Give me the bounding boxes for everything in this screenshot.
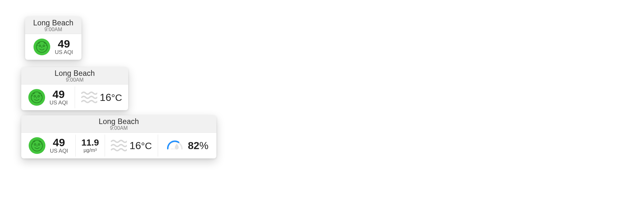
temperature-number: 16 — [100, 92, 111, 103]
location-label: Long Beach — [21, 69, 128, 78]
aqi-value: 49 — [55, 38, 73, 49]
aqi-cell: 49 US AQI — [21, 85, 75, 110]
widget-body: 49 US AQI 16°C — [21, 85, 128, 110]
face-good-icon — [28, 89, 45, 106]
humidity-number: 82 — [188, 140, 199, 151]
humidity-cell: RH% 82% — [158, 133, 216, 158]
widget-body: 49 US AQI 11.9 µg/m³ 16°C — [21, 133, 216, 158]
temperature-cell: 16°C — [105, 133, 158, 158]
svg-point-1 — [39, 45, 41, 47]
temperature-unit: °C — [111, 92, 122, 103]
humidity-unit: % — [199, 140, 208, 151]
fog-icon — [81, 91, 97, 104]
aqi-cell: 49 US AQI — [25, 34, 81, 60]
aqi-widget-medium[interactable]: Long Beach 9:00AM 49 US AQI — [21, 67, 128, 110]
pm-unit-label: µg/m³ — [83, 147, 97, 153]
location-label: Long Beach — [25, 19, 81, 27]
temperature-value: 16°C — [100, 92, 122, 103]
face-good-icon — [33, 39, 50, 55]
widget-header: Long Beach 9:00AM — [21, 67, 128, 85]
svg-point-8 — [38, 144, 40, 145]
humidity-value: 82% — [188, 140, 208, 152]
time-label: 9:00AM — [21, 77, 128, 83]
humidity-gauge-icon: RH% — [166, 138, 184, 153]
location-label: Long Beach — [21, 117, 216, 126]
pm-value: 11.9 — [81, 138, 99, 147]
temperature-unit: °C — [141, 140, 152, 151]
face-good-icon — [29, 137, 45, 154]
aqi-widget-large[interactable]: Long Beach 9:00AM 49 US AQI — [21, 115, 216, 158]
temperature-number: 16 — [129, 140, 141, 151]
aqi-value: 49 — [50, 89, 68, 100]
svg-point-2 — [43, 45, 45, 47]
aqi-widget-small[interactable]: Long Beach 9:00AM 49 US AQI — [25, 17, 81, 60]
time-label: 9:00AM — [21, 125, 216, 131]
svg-point-5 — [38, 95, 39, 97]
aqi-cell: 49 US AQI — [21, 133, 75, 158]
widget-header: Long Beach 9:00AM — [21, 115, 216, 133]
temperature-value: 16°C — [129, 140, 152, 152]
aqi-unit-label: US AQI — [50, 148, 68, 154]
widget-body: 49 US AQI — [25, 34, 81, 60]
aqi-unit-label: US AQI — [55, 49, 73, 56]
fog-icon — [111, 139, 127, 152]
time-label: 9:00AM — [25, 27, 81, 32]
pm-cell: 11.9 µg/m³ — [76, 133, 105, 158]
aqi-unit-label: US AQI — [50, 100, 68, 106]
svg-point-7 — [34, 144, 36, 145]
humidity-rh-label: RH% — [171, 147, 177, 150]
svg-point-4 — [34, 95, 35, 97]
temperature-cell: 16°C — [75, 85, 128, 110]
aqi-value: 49 — [50, 137, 68, 148]
widget-header: Long Beach 9:00AM — [25, 17, 81, 34]
